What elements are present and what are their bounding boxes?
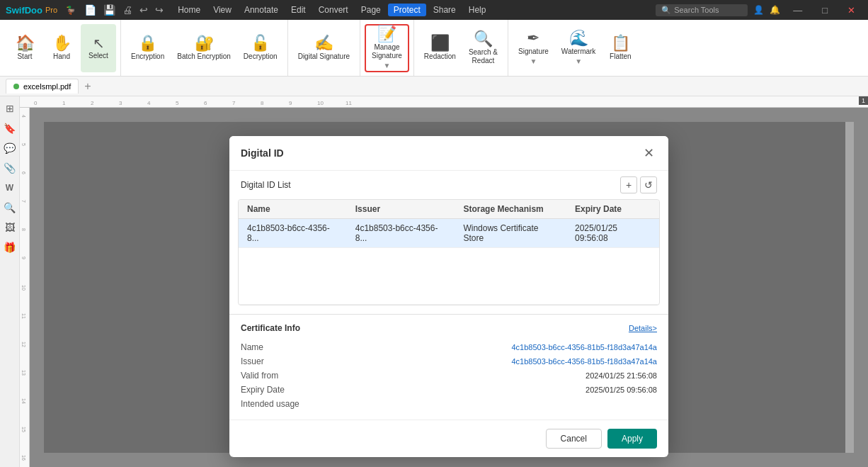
menu-view[interactable]: View xyxy=(207,4,237,16)
did-list-title: Digital ID List xyxy=(241,180,291,190)
sidebar-item-search[interactable]: 🔍 xyxy=(2,200,18,215)
cert-expiry-label: Expiry Date xyxy=(241,385,285,395)
search-bar[interactable]: 🔍 Search Tools xyxy=(656,4,748,16)
ribbon-group-digital-sig: ✍ Digital Signature xyxy=(288,20,360,76)
print-icon[interactable]: 🖨 xyxy=(120,3,135,17)
ruler-mark-9: 9 xyxy=(289,100,292,106)
cert-name-value: 4c1b8503-b6cc-4356-81b5-f18d3a47a14a xyxy=(511,343,657,351)
ribbon-flatten-button[interactable]: 📋 Flatten xyxy=(603,24,638,72)
ribbon: 🏠 Start ✋ Hand ↖ Select 🔒 Encryption 🔐 B… xyxy=(0,20,868,77)
did-add-button[interactable]: + xyxy=(620,176,637,193)
hand-label: Hand xyxy=(53,52,70,61)
sidebar-item-attachment[interactable]: 📎 xyxy=(2,160,18,176)
maximize-button[interactable]: □ xyxy=(815,5,835,16)
pdf-background: Digital ID ✕ Digital ID List + ↺ xyxy=(44,122,854,453)
title-bar: SwifDoo Pro 🦆 📄 💾 🖨 ↩ ↪ Home View Annota… xyxy=(0,0,868,20)
ruler-horizontal: 1 0 1 2 3 4 5 6 7 8 9 10 11 xyxy=(20,96,868,108)
redo-icon[interactable]: ↪ xyxy=(152,3,166,17)
cert-valid-from-value: 2024/01/25 21:56:08 xyxy=(586,371,657,380)
menu-help[interactable]: Help xyxy=(463,4,492,16)
ribbon-search-redact-button[interactable]: 🔍 Search &Redact xyxy=(463,24,503,72)
encryption-icon: 🔒 xyxy=(138,35,157,51)
ribbon-hand-button[interactable]: ✋ Hand xyxy=(44,24,79,72)
signature-chevron: ▼ xyxy=(530,57,537,65)
ruler-v-10: 10 xyxy=(21,285,26,291)
ruler-v-12: 12 xyxy=(21,342,26,347)
col-issuer: Issuer xyxy=(347,200,455,219)
tab-add-button[interactable]: + xyxy=(79,79,96,94)
tab-label: excelsmpl.pdf xyxy=(23,82,71,91)
batch-encryption-label: Batch Encryption xyxy=(177,52,231,61)
ribbon-group-manage-sig: 📝 ManageSignature ▼ xyxy=(360,20,414,76)
modal-close-button[interactable]: ✕ xyxy=(640,145,657,162)
digital-signature-label: Digital Signature xyxy=(298,52,350,61)
bell-icon[interactable]: 🔔 xyxy=(770,5,780,15)
sidebar-item-word[interactable]: W xyxy=(2,180,18,196)
app-edition: Pro xyxy=(45,6,57,14)
did-list-header: Digital ID List + ↺ xyxy=(229,171,668,199)
decryption-label: Decryption xyxy=(244,52,278,61)
menu-home[interactable]: Home xyxy=(172,4,206,16)
ribbon-signature-button[interactable]: ✒ Signature ▼ xyxy=(513,24,554,72)
col-expiry: Expiry Date xyxy=(566,200,659,219)
ruler-v-5: 5 xyxy=(21,143,26,146)
encryption-label: Encryption xyxy=(131,52,164,61)
menu-edit[interactable]: Edit xyxy=(285,4,312,16)
cert-intended-usage-label: Intended usage xyxy=(241,399,299,409)
row-issuer: 4c1b8503-b6cc-4356-8... xyxy=(347,219,455,248)
ribbon-batch-encryption-button[interactable]: 🔐 Batch Encryption xyxy=(171,24,236,72)
tab-excelsmpl[interactable]: excelsmpl.pdf xyxy=(6,79,79,94)
watermark-chevron: ▼ xyxy=(575,57,582,65)
ribbon-digital-signature-button[interactable]: ✍ Digital Signature xyxy=(292,24,355,72)
ribbon-select-button[interactable]: ↖ Select xyxy=(81,24,116,72)
did-table-wrapper: Name Issuer Storage Mechanism Expiry Dat… xyxy=(238,199,660,305)
cancel-button[interactable]: Cancel xyxy=(546,429,602,449)
cert-issuer-label: Issuer xyxy=(241,356,264,366)
signature-icon: ✒ xyxy=(527,30,539,46)
menu-convert[interactable]: Convert xyxy=(313,4,354,16)
digital-signature-icon: ✍ xyxy=(314,35,333,51)
file-icon[interactable]: 📄 xyxy=(81,3,99,17)
menu-protect[interactable]: Protect xyxy=(388,4,426,16)
ribbon-redaction-button[interactable]: ⬛ Redaction xyxy=(418,24,462,72)
hand-icon: ✋ xyxy=(52,35,72,51)
ribbon-manage-signature-button[interactable]: 📝 ManageSignature ▼ xyxy=(365,24,409,72)
user-icon[interactable]: 👤 xyxy=(753,5,764,15)
ribbon-watermark-button[interactable]: 🌊 Watermark ▼ xyxy=(556,24,602,72)
save-icon[interactable]: 💾 xyxy=(101,3,118,17)
minimize-button[interactable]: — xyxy=(786,5,809,16)
tab-modified-dot xyxy=(13,84,19,89)
modal-header: Digital ID ✕ xyxy=(229,136,668,171)
select-label: Select xyxy=(88,52,108,60)
menu-annotate[interactable]: Annotate xyxy=(239,4,284,16)
ribbon-start-button[interactable]: 🏠 Start xyxy=(7,24,42,72)
flatten-icon: 📋 xyxy=(611,35,630,51)
ruler-mark-6: 6 xyxy=(204,100,207,106)
close-button[interactable]: ✕ xyxy=(840,5,862,16)
table-empty-row xyxy=(239,248,659,305)
ruler-mark-1: 1 xyxy=(62,100,65,106)
ruler-mark-11: 11 xyxy=(346,100,352,106)
menu-share[interactable]: Share xyxy=(428,4,462,16)
cert-details-link[interactable]: Details> xyxy=(629,324,657,332)
did-table: Name Issuer Storage Mechanism Expiry Dat… xyxy=(239,200,659,305)
menu-page[interactable]: Page xyxy=(355,4,387,16)
ribbon-decryption-button[interactable]: 🔓 Decryption xyxy=(238,24,283,72)
ribbon-encryption-button[interactable]: 🔒 Encryption xyxy=(125,24,170,72)
sidebar-item-thumbnail[interactable]: ⊞ xyxy=(2,101,18,116)
search-placeholder: Search Tools xyxy=(674,6,719,14)
ruler-v-9: 9 xyxy=(21,257,26,259)
col-name: Name xyxy=(239,200,347,219)
table-row[interactable]: 4c1b8503-b6cc-4356-8... 4c1b8503-b6cc-43… xyxy=(239,219,659,248)
sidebar-item-bookmark[interactable]: 🔖 xyxy=(2,120,18,136)
cert-row-expiry: Expiry Date 2025/01/25 09:56:08 xyxy=(241,383,657,397)
sidebar-item-gift[interactable]: 🎁 xyxy=(2,240,18,255)
sidebar-item-image[interactable]: 🖼 xyxy=(2,220,18,235)
ruler-v-13: 13 xyxy=(21,370,26,376)
apply-button[interactable]: Apply xyxy=(607,429,657,449)
did-refresh-button[interactable]: ↺ xyxy=(640,176,657,193)
undo-icon[interactable]: ↩ xyxy=(137,3,151,17)
sidebar-item-comment[interactable]: 💬 xyxy=(2,140,18,156)
ruler-v-15: 15 xyxy=(21,427,26,432)
cert-expiry-value: 2025/01/25 09:56:08 xyxy=(586,386,657,394)
